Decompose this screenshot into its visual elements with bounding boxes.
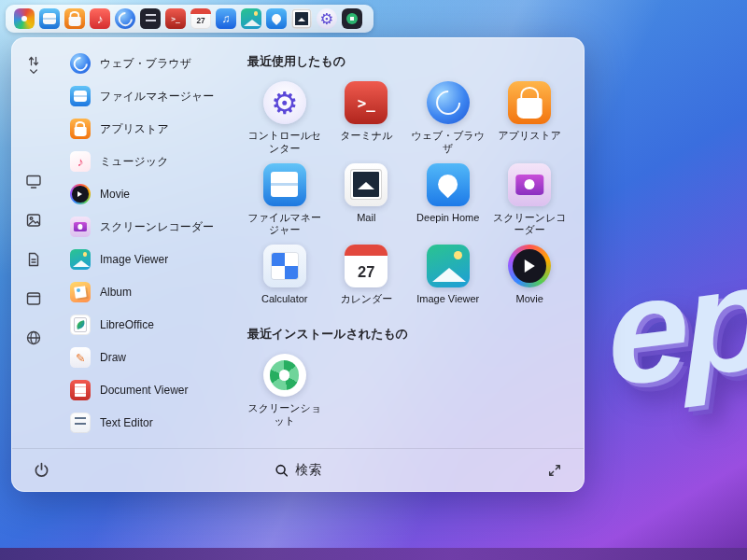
app-tile-terminal[interactable]: ターミナル: [326, 81, 408, 156]
calendar-icon: 27: [345, 245, 388, 287]
wallpaper-text: ep: [603, 231, 747, 419]
app-tile-control-center[interactable]: コントロールセンター: [244, 81, 326, 156]
app-list-label: ミュージック: [100, 154, 168, 170]
app-tile-label: Movie: [489, 293, 570, 318]
text-editor-icon: [70, 413, 91, 433]
desktop[interactable]: ep 27: [0, 0, 747, 560]
app-list-label: Document Viewer: [100, 384, 189, 397]
app-list-item-album[interactable]: Album: [63, 276, 227, 308]
dock-file-manager-icon[interactable]: [39, 8, 60, 29]
sort-toggle-button[interactable]: [21, 51, 47, 77]
dock-app-store-icon[interactable]: [64, 8, 85, 29]
fullscreen-toggle-button[interactable]: [541, 456, 569, 484]
dock-terminal-icon[interactable]: [165, 8, 186, 29]
dock-calendar-icon[interactable]: 27: [190, 8, 211, 29]
category-documents-button[interactable]: [21, 246, 47, 273]
section-title-recent-used: 最近使用したもの: [247, 53, 571, 70]
dock-music-player-icon[interactable]: [216, 8, 236, 29]
app-list-label: ウェブ・ブラウザ: [100, 56, 191, 72]
wallpaper-bottom-band: [0, 548, 747, 560]
app-tile-app-store[interactable]: アプリストア: [489, 81, 571, 156]
category-group: [21, 168, 47, 351]
browser-icon: [427, 81, 470, 124]
album-icon: [70, 282, 91, 302]
app-tile-deepin-home[interactable]: Deepin Home: [407, 163, 489, 238]
app-tile-label: スクリーンショット: [245, 402, 325, 428]
dock-launcher-icon[interactable]: [14, 8, 35, 29]
app-tile-screenshot[interactable]: スクリーンショット: [244, 354, 326, 428]
mail-icon: [345, 163, 388, 206]
category-apps-button[interactable]: [21, 286, 47, 312]
calculator-icon: [263, 245, 306, 287]
screen-recorder-icon: [508, 163, 551, 206]
dock-mail-icon[interactable]: [291, 8, 312, 29]
sort-arrows-icon: [26, 54, 41, 68]
deepin-home-icon: [427, 163, 470, 206]
app-tile-image-viewer[interactable]: Image Viewer: [407, 245, 489, 318]
app-store-icon: [508, 81, 551, 124]
dock-text-editor-icon[interactable]: [140, 8, 161, 29]
dock-music-icon[interactable]: [90, 8, 110, 29]
app-list-label: Album: [100, 286, 132, 299]
picture-icon: [25, 212, 42, 229]
recent-installed-grid: スクリーンショット: [244, 354, 571, 428]
monitor-icon: [25, 173, 42, 189]
music-icon: [70, 151, 91, 172]
dock-deepin-home-icon[interactable]: [266, 8, 287, 29]
recent-used-grid: コントロールセンター ターミナル ウェブ・ブラウザ アプリストア: [244, 81, 571, 318]
app-tile-label: ターミナル: [326, 130, 406, 155]
screen-recorder-icon: [70, 217, 91, 237]
app-tile-calculator[interactable]: Calculator: [244, 245, 326, 318]
app-tile-label: カレンダー: [326, 293, 406, 318]
app-list-item-music[interactable]: ミュージック: [63, 146, 227, 177]
image-viewer-icon: [427, 245, 470, 287]
category-pictures-button[interactable]: [21, 207, 47, 233]
app-list-item-web-browser[interactable]: ウェブ・ブラウザ: [63, 48, 227, 79]
app-tile-movie[interactable]: Movie: [489, 245, 571, 318]
file-manager-icon: [70, 86, 91, 106]
draw-icon: [70, 347, 91, 368]
app-tile-label: Calculator: [245, 293, 325, 318]
app-tile-file-manager[interactable]: ファイルマネージャー: [244, 163, 326, 238]
power-icon: [33, 461, 50, 479]
app-list-item-movie[interactable]: Movie: [63, 178, 227, 210]
category-network-button[interactable]: [21, 325, 47, 351]
app-tile-calendar[interactable]: 27 カレンダー: [326, 245, 408, 318]
app-list-item-image-viewer[interactable]: Image Viewer: [63, 244, 227, 275]
app-list-item-libreoffice[interactable]: LibreOffice: [63, 309, 227, 341]
launcher-body: ウェブ・ブラウザ ファイルマネージャー アプリストア ミュージック Movie: [12, 38, 584, 448]
chevron-down-icon: [28, 68, 39, 76]
document-icon: [25, 251, 42, 268]
app-tile-label: コントロールセンター: [245, 130, 325, 156]
screenshot-icon: [263, 354, 306, 397]
app-tile-label: アプリストア: [489, 130, 570, 155]
app-list-item-draw[interactable]: Draw: [63, 342, 227, 373]
dock-screenshot-icon[interactable]: [342, 8, 362, 29]
dock-web-browser-icon[interactable]: [115, 8, 135, 29]
category-display-button[interactable]: [21, 168, 47, 194]
app-list-label: ファイルマネージャー: [100, 89, 214, 105]
app-list-item-file-manager[interactable]: ファイルマネージャー: [63, 80, 227, 112]
app-list-item-text-editor[interactable]: Text Editor: [63, 407, 227, 439]
launcher-footer: 検索: [12, 448, 584, 491]
app-list-item-app-store[interactable]: アプリストア: [63, 113, 227, 145]
app-list-item-document-viewer[interactable]: Document Viewer: [63, 374, 227, 406]
search-bar[interactable]: 検索: [275, 462, 322, 479]
app-list-label: LibreOffice: [100, 318, 154, 331]
app-tile-mail[interactable]: Mail: [326, 163, 408, 238]
control-center-icon: [263, 81, 306, 124]
dock-control-center-icon[interactable]: [317, 8, 337, 29]
search-label: 検索: [296, 462, 322, 479]
app-tile-screen-recorder[interactable]: スクリーンレコーダー: [489, 163, 571, 238]
app-list: ウェブ・ブラウザ ファイルマネージャー アプリストア ミュージック Movie: [55, 38, 233, 448]
dock-image-viewer-icon[interactable]: [241, 8, 261, 29]
app-store-icon: [70, 119, 91, 139]
search-icon: [275, 463, 289, 478]
app-list-label: Image Viewer: [100, 253, 168, 266]
file-manager-icon: [263, 163, 306, 206]
app-tile-web-browser[interactable]: ウェブ・ブラウザ: [407, 81, 489, 156]
document-viewer-icon: [70, 380, 91, 400]
app-list-item-screen-recorder[interactable]: スクリーンレコーダー: [63, 211, 227, 243]
image-viewer-icon: [70, 249, 91, 270]
power-button[interactable]: [27, 456, 55, 484]
